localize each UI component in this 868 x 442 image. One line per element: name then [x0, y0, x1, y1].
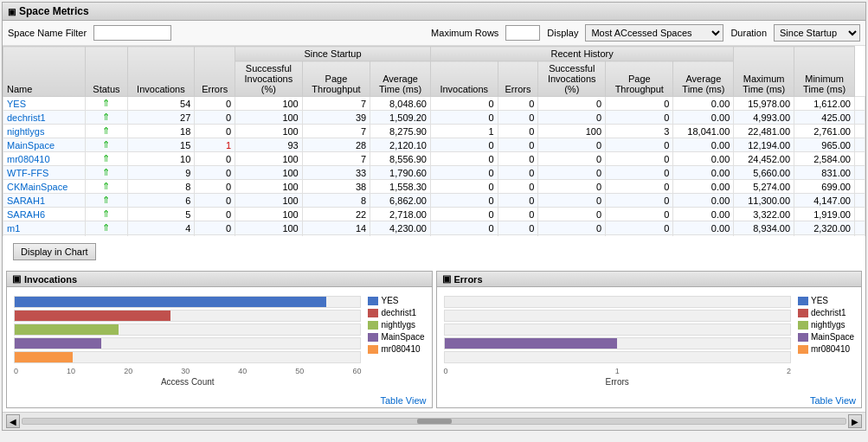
bar-track — [14, 310, 361, 322]
display-label: Display — [547, 28, 578, 38]
bar-row — [14, 323, 361, 336]
cell-succ2: 100 — [538, 125, 606, 138]
cell-page2: 0 — [606, 180, 673, 194]
legend-label: MainSpace — [381, 332, 424, 342]
cell-page: 7 — [302, 97, 370, 111]
col-avg2: AverageTime (ms) — [673, 61, 734, 97]
cell-name[interactable]: MainSpace — [3, 138, 86, 152]
cell-status — [86, 111, 127, 125]
legend-color — [368, 345, 378, 354]
legend-color — [798, 321, 808, 330]
col-status: Status — [86, 47, 127, 97]
inv-table-view-link[interactable]: Table View — [7, 394, 432, 407]
inv-collapse-icon[interactable]: ▣ — [12, 273, 21, 285]
legend-label: nightlygs — [811, 320, 845, 330]
cell-errors: 0 — [195, 111, 235, 125]
cell-name[interactable]: m1 — [3, 221, 86, 235]
metrics-table-container: Name Status Invocations Errors Since Sta… — [3, 46, 865, 236]
cell-avg: 2,718.00 — [370, 208, 431, 221]
bar-row — [444, 337, 791, 349]
legend-item: nightlygs — [368, 320, 424, 330]
collapse-icon[interactable]: ▣ — [8, 7, 16, 16]
cell-name[interactable]: nightlygs — [3, 125, 86, 138]
cell-avg2: 0.00 — [673, 138, 734, 152]
cell-scroll-pad — [855, 97, 865, 111]
legend-label: nightlygs — [381, 320, 415, 330]
legend-label: mr080410 — [811, 344, 850, 354]
bar-row — [444, 323, 791, 336]
bar-track — [14, 323, 361, 336]
scroll-track[interactable] — [22, 418, 846, 425]
display-select[interactable]: Most ACcessed Spaces All Spaces — [585, 24, 723, 42]
scroll-left-btn[interactable]: ◀ — [6, 414, 20, 428]
chart-btn-area: Display in Chart — [3, 236, 865, 267]
scroll-thumb — [417, 419, 452, 424]
col-succ2: SuccessfulInvocations(%) — [538, 61, 606, 97]
bar-track — [444, 296, 791, 308]
invocations-chart-header: ▣ Invocations — [7, 272, 432, 287]
legend-item: dechrist1 — [368, 308, 424, 317]
cell-page2: 3 — [606, 125, 673, 138]
cell-avg: 2,120.10 — [370, 138, 431, 152]
cell-inv2: 1 — [430, 125, 498, 138]
cell-invocations: 15 — [127, 138, 195, 152]
cell-name[interactable]: YES — [3, 97, 86, 111]
max-rows-input[interactable] — [505, 25, 540, 41]
cell-status — [86, 138, 127, 152]
cell-status — [86, 194, 127, 208]
cell-succ2: 0 — [538, 180, 606, 194]
table-row: mr080410 10 0 100 7 8,556.90 0 0 0 0 0.0… — [3, 152, 865, 166]
cell-succ2: 0 — [538, 194, 606, 208]
cell-inv2: 0 — [430, 180, 498, 194]
cell-scroll-pad — [855, 194, 865, 208]
cell-errors: 0 — [195, 194, 235, 208]
col-page: PageThroughput — [302, 61, 370, 97]
axis-label: 50 — [295, 367, 304, 375]
cell-succ2: 0 — [538, 97, 606, 111]
cell-avg2: 0.00 — [673, 97, 734, 111]
cell-avg2: 0.00 — [673, 152, 734, 166]
cell-errors: 0 — [195, 208, 235, 221]
cell-min: 425.00 — [794, 111, 855, 125]
bar-fill — [15, 311, 170, 321]
cell-invocations: 27 — [127, 111, 195, 125]
cell-page2: 0 — [606, 194, 673, 208]
cell-min: 965.00 — [794, 138, 855, 152]
cell-inv2: 0 — [430, 166, 498, 180]
cell-invocations: 18 — [127, 125, 195, 138]
legend-label: mr080410 — [381, 344, 420, 354]
err-table-view-link[interactable]: Table View — [437, 394, 862, 407]
cell-min: 2,584.00 — [794, 152, 855, 166]
cell-invocations: 5 — [127, 208, 195, 221]
err-axis-title: Errors — [444, 377, 791, 387]
display-in-chart-button[interactable]: Display in Chart — [13, 243, 96, 260]
bar-fill — [445, 338, 618, 349]
cell-name[interactable]: dechrist1 — [3, 111, 86, 125]
bar-fill — [15, 324, 119, 335]
cell-min: 699.00 — [794, 180, 855, 194]
cell-succ2: 0 — [538, 138, 606, 152]
legend-label: MainSpace — [811, 332, 854, 342]
cell-name[interactable]: WTF-FFS — [3, 166, 86, 180]
invocations-chart-panel: ▣ Invocations — [6, 271, 433, 408]
bar-track — [444, 351, 791, 363]
table-row: SARAH6 5 0 100 22 2,718.00 0 0 0 0 0.00 … — [3, 208, 865, 221]
filter-input[interactable] — [93, 25, 171, 41]
cell-name[interactable]: SARAH1 — [3, 194, 86, 208]
cell-name[interactable]: mr080410 — [3, 152, 86, 166]
cell-name[interactable]: SARAH6 — [3, 208, 86, 221]
duration-select[interactable]: Since Startup Last Hour Last Day — [774, 24, 860, 42]
cell-name[interactable]: CKMainSpace — [3, 180, 86, 194]
err-collapse-icon[interactable]: ▣ — [442, 273, 451, 285]
cell-invocations: 10 — [127, 152, 195, 166]
scroll-right-btn[interactable]: ▶ — [848, 414, 862, 428]
cell-avg2: 0.00 — [673, 208, 734, 221]
col-succ: SuccessfulInvocations(%) — [235, 61, 303, 97]
col-name: Name — [3, 47, 86, 97]
invocations-chart-title: Invocations — [24, 274, 77, 285]
cell-succ2: 0 — [538, 208, 606, 221]
invocations-chart-body: 0102030405060 Access Count YES dechrist1… — [7, 287, 432, 394]
legend-item: mr080410 — [368, 344, 424, 354]
cell-page: 14 — [302, 221, 370, 235]
cell-scroll-pad — [855, 152, 865, 166]
